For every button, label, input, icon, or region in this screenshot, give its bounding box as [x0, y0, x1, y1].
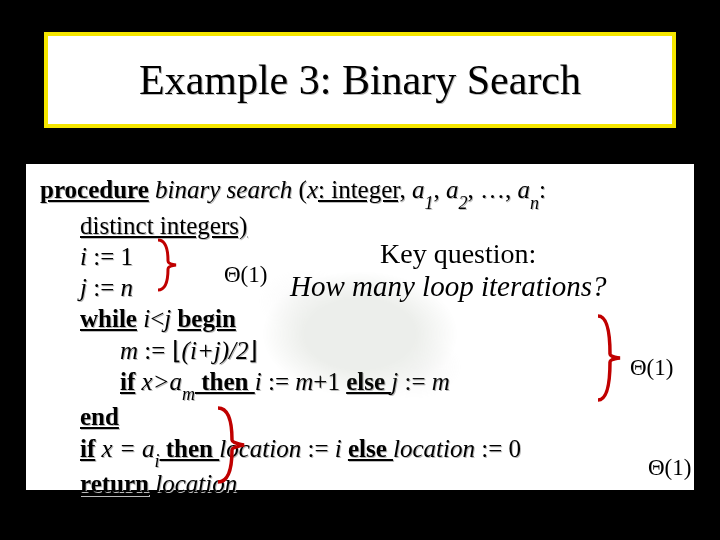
code-line-1: procedure binary search (x: integer, a1,… [40, 174, 680, 210]
param-x: x [307, 176, 318, 203]
loc1-val: i [335, 435, 348, 462]
sig-colon: : [539, 176, 546, 203]
var-n: n [121, 274, 134, 301]
loc1: location [219, 435, 301, 462]
kw-return: return [80, 470, 149, 497]
kw-end: end [80, 403, 119, 430]
else1-assign: := [398, 368, 432, 395]
code-line-9: if x = ai then location := i else locati… [80, 433, 680, 469]
kw-if-2: if [80, 435, 95, 462]
a1: a [412, 176, 425, 203]
kw-else-1: else [346, 368, 391, 395]
if1-cond: x>a [135, 368, 182, 395]
loc1-assign: := [301, 435, 335, 462]
kw-while: while [80, 305, 137, 332]
while-i: i [137, 305, 150, 332]
a1-sub: 1 [425, 193, 434, 213]
code-line-10: return location [80, 468, 680, 499]
if2-cond: x = a [95, 435, 154, 462]
code-line-7: if x>am then i := m+1 else j := m [120, 366, 680, 402]
proc-name: binary search [155, 176, 292, 203]
code-line-6: m := ⌊(i+j)/2⌋ [120, 335, 680, 366]
x-type: : integer, [318, 176, 406, 203]
key-question-line2: How many loop iterations? [290, 268, 607, 304]
assign-m: := [138, 337, 172, 364]
sig-open: ( [299, 176, 307, 203]
c2: , …, [468, 176, 518, 203]
code-line-5: while i<j begin [80, 303, 680, 334]
an-sub: n [530, 193, 539, 213]
theta-3-label: Θ(1) [648, 454, 691, 483]
ret-var: location [149, 470, 237, 497]
assign-j: := [87, 274, 121, 301]
theta-1-label: Θ(1) [224, 261, 267, 290]
while-j: j [164, 305, 177, 332]
if2-sub: i [155, 451, 160, 471]
floor-l: ⌊ [172, 337, 182, 364]
slide-title: Example 3: Binary Search [139, 56, 581, 104]
then1-i: i [255, 368, 262, 395]
if1-sub: m [182, 384, 195, 404]
code-line-8: end [80, 401, 680, 432]
loc2: location [393, 435, 475, 462]
then1-plus: +1 [313, 368, 346, 395]
kw-else-2: else [348, 435, 393, 462]
kw-begin: begin [177, 305, 235, 332]
floor-r: ⌋ [248, 337, 258, 364]
key-question-line1: Key question: [380, 236, 536, 271]
while-lt: < [150, 305, 164, 332]
var-j: j [80, 274, 87, 301]
assign-i: := 1 [87, 243, 133, 270]
a2: a [446, 176, 459, 203]
kw-then-1: then [195, 368, 255, 395]
else1-val: m [432, 368, 450, 395]
title-box: Example 3: Binary Search [44, 32, 676, 128]
an: a [518, 176, 531, 203]
theta-2-label: Θ(1) [630, 354, 673, 383]
line2-text: distinct integers) [80, 212, 247, 239]
kw-procedure: procedure [40, 176, 149, 203]
var-m: m [120, 337, 138, 364]
var-i: i [80, 243, 87, 270]
code-box: procedure binary search (x: integer, a1,… [22, 160, 698, 494]
c1: , [434, 176, 447, 203]
m-expr: (i+j)/2 [182, 337, 249, 364]
a2-sub: 2 [459, 193, 468, 213]
then1-val: m [295, 368, 313, 395]
then1-assign: := [262, 368, 296, 395]
kw-if-1: if [120, 368, 135, 395]
loc2-assign: := 0 [475, 435, 521, 462]
kw-then-2: then [160, 435, 220, 462]
